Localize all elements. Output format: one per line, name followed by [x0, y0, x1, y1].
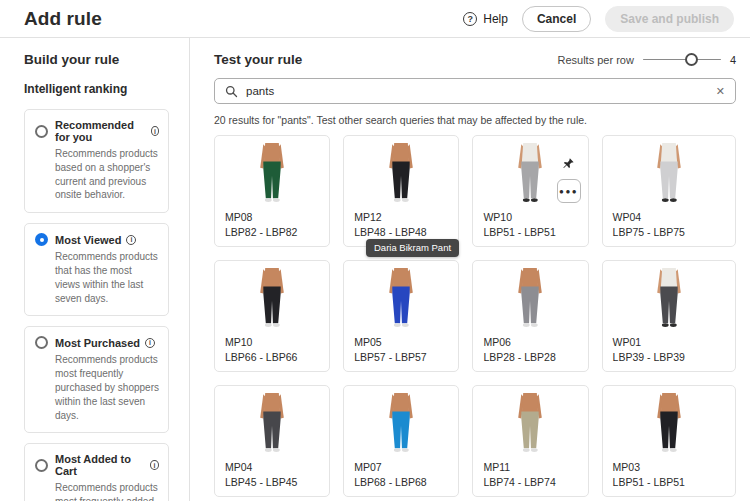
slider-handle[interactable]	[685, 53, 698, 66]
product-card: Daria Bikram Pant WP10 LBP51 - LBP51 ●●●	[472, 135, 588, 247]
product-sku: MP05	[354, 336, 448, 348]
product-card: Geo Insulated Jogging Pant MP03 LBP51 - …	[602, 385, 736, 497]
test-rule-title: Test your rule	[214, 52, 302, 67]
product-sku: WP04	[613, 211, 725, 223]
product-sku: MP11	[483, 461, 577, 473]
product-sku: MP10	[225, 336, 319, 348]
product-grid: Daria Bikram Pant Zeppelin Yoga Pant MP0…	[214, 135, 736, 497]
results-per-row-value: 4	[730, 54, 736, 66]
product-image	[613, 393, 725, 455]
product-image	[354, 268, 448, 330]
option-label: Recommended for you	[55, 119, 146, 143]
radio-button[interactable]	[35, 459, 48, 472]
ranking-option[interactable]: Most Viewed i Recommends products that h…	[24, 223, 169, 316]
product-price: LBP28 - LBP28	[483, 351, 577, 363]
product-price: LBP68 - LBP68	[354, 476, 448, 488]
product-price: LBP57 - LBP57	[354, 351, 448, 363]
product-card: Zeppelin Yoga Pant MP08 LBP82 - LBP82 ●●…	[214, 135, 330, 247]
clear-search-icon[interactable]: ✕	[716, 86, 725, 97]
product-image	[613, 268, 725, 330]
product-price: LBP51 - LBP51	[483, 226, 577, 238]
product-price: LBP48 - LBP48	[354, 226, 448, 238]
option-description: Recommends products most frequently adde…	[55, 481, 159, 501]
product-price: LBP45 - LBP45	[225, 476, 319, 488]
sidebar-title: Build your rule	[24, 52, 169, 67]
product-sku: MP04	[225, 461, 319, 473]
product-sku: MP07	[354, 461, 448, 473]
search-field[interactable]: ✕	[214, 78, 736, 104]
product-image	[354, 393, 448, 455]
product-sku: WP01	[613, 336, 725, 348]
product-sku: MP08	[225, 211, 319, 223]
product-card: Cora Parachute Pant WP04 LBP75 - LBP75 ●…	[602, 135, 736, 247]
product-image	[225, 393, 319, 455]
search-icon	[225, 85, 238, 98]
radio-button[interactable]	[35, 233, 48, 246]
product-image	[225, 268, 319, 330]
option-description: Recommends products most frequently purc…	[55, 353, 159, 422]
page-header: Add rule ? Help Cancel Save and publish	[0, 0, 750, 38]
product-card: Supernova Sport Pant MP04 LBP45 - LBP45 …	[214, 385, 330, 497]
slider-track	[643, 59, 721, 61]
product-tooltip: Daria Bikram Pant	[366, 239, 459, 257]
info-icon[interactable]: i	[126, 235, 136, 245]
product-sku: MP12	[354, 211, 448, 223]
product-card: Karmen Yoga Pant WP01 LBP39 - LBP39 ●●●	[602, 260, 736, 372]
header-actions: ? Help Cancel Save and publish	[463, 6, 734, 32]
help-icon: ?	[463, 12, 477, 26]
product-price: LBP75 - LBP75	[613, 226, 725, 238]
more-options-button[interactable]: ●●●	[557, 179, 581, 203]
help-label: Help	[483, 12, 508, 26]
option-label: Most Purchased	[55, 337, 140, 349]
results-per-row-control: Results per row 4	[557, 53, 736, 67]
test-rule-header: Test your rule Results per row 4	[214, 52, 736, 67]
save-and-publish-button[interactable]: Save and publish	[605, 6, 734, 32]
more-options-icon: ●●●	[559, 187, 578, 196]
ranking-option[interactable]: Recommended for you i Recommends product…	[24, 109, 169, 213]
test-rule-panel: Test your rule Results per row 4 ✕ 20 re…	[190, 38, 750, 501]
results-summary: 20 results for "pants". Test other searc…	[214, 114, 736, 126]
product-sku: MP06	[483, 336, 577, 348]
product-card: Kratos Gym Pant MP05 LBP57 - LBP57 ●●●	[343, 260, 459, 372]
option-description: Recommends products that has the most vi…	[55, 250, 159, 305]
content: Build your rule Intelligent ranking Reco…	[0, 38, 750, 501]
radio-button[interactable]	[35, 125, 48, 138]
option-label: Most Added to Cart	[55, 453, 145, 477]
product-price: LBP51 - LBP51	[613, 476, 725, 488]
results-per-row-slider[interactable]	[643, 53, 721, 67]
product-price: LBP82 - LBP82	[225, 226, 319, 238]
card-actions: ●●●	[557, 151, 581, 203]
option-description: Recommends products based on a shopper's…	[55, 147, 159, 202]
product-image	[225, 143, 319, 205]
product-price: LBP66 - LBP66	[225, 351, 319, 363]
radio-button[interactable]	[35, 336, 48, 349]
ranking-option[interactable]: Most Added to Cart i Recommends products…	[24, 443, 169, 501]
product-sku: WP10	[483, 211, 577, 223]
product-card: Thorpe Track Pant MP07 LBP68 - LBP68 ●●●	[343, 385, 459, 497]
help-button[interactable]: ? Help	[463, 12, 508, 26]
sidebar-section-label: Intelligent ranking	[24, 82, 169, 96]
page-title: Add rule	[24, 8, 102, 30]
product-card: Orestes Yoga Pant MP10 LBP66 - LBP66 ●●●	[214, 260, 330, 372]
pin-button[interactable]	[557, 151, 581, 175]
ranking-option[interactable]: Most Purchased i Recommends products mos…	[24, 326, 169, 433]
product-image	[483, 268, 577, 330]
option-label: Most Viewed	[55, 234, 121, 246]
product-price: LBP74 - LBP74	[483, 476, 577, 488]
product-card: Mithra Warmup Pant MP06 LBP28 - LBP28 ●●…	[472, 260, 588, 372]
info-icon[interactable]: i	[145, 338, 155, 348]
product-image	[613, 143, 725, 205]
build-rule-sidebar: Build your rule Intelligent ranking Reco…	[0, 38, 190, 501]
info-icon[interactable]: i	[151, 126, 159, 136]
product-card: Aether Gym Pant MP11 LBP74 - LBP74 ●●●	[472, 385, 588, 497]
pin-icon	[562, 157, 575, 170]
info-icon[interactable]: i	[150, 460, 159, 470]
search-input[interactable]	[246, 85, 708, 97]
results-per-row-label: Results per row	[557, 54, 633, 66]
cancel-button[interactable]: Cancel	[522, 6, 591, 32]
product-image	[483, 393, 577, 455]
product-image	[354, 143, 448, 205]
product-card: Cronus Yoga Pant MP12 LBP48 - LBP48 ●●●	[343, 135, 459, 247]
ranking-options: Recommended for you i Recommends product…	[24, 109, 169, 501]
product-price: LBP39 - LBP39	[613, 351, 725, 363]
